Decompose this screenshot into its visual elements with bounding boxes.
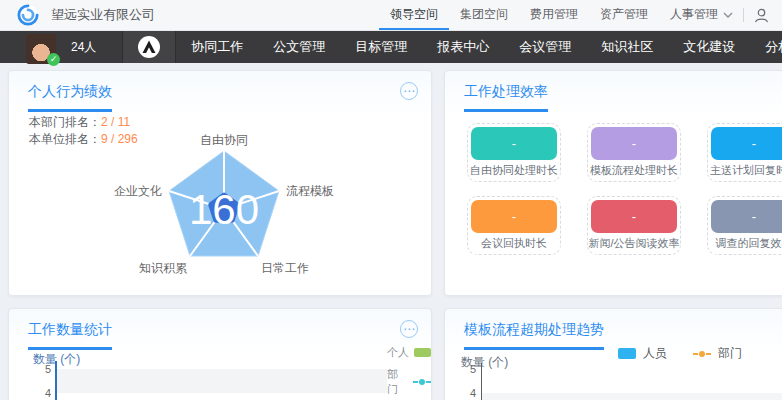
menu-report-center[interactable]: 报表中心 [422,31,504,63]
top-nav-asset-mgmt[interactable]: 资产管理 [589,0,659,30]
tile-label: 会议回执时长 [468,233,560,253]
company-logo-icon[interactable] [17,4,39,26]
card-work-efficiency: 工作处理效率 - 自由协同处理时长 - 模板流程处理时长 - 主送计划回复时长 … [444,70,782,296]
top-nav-leader-space[interactable]: 领导空间 [379,0,449,30]
card-title: 模板流程超期处理趋势 [464,321,604,350]
main-menu: 协同工作 公文管理 目标管理 报表中心 会议管理 知识社区 文化建设 分析云 协… [176,31,782,63]
tile-value: - [632,136,636,151]
menu-official-docs[interactable]: 公文管理 [258,31,340,63]
tile-label: 自由协同处理时长 [468,160,560,180]
card-title: 个人行为绩效 [28,83,112,112]
legend-bar-swatch [618,348,636,359]
dashboard-content: 个人行为绩效 ⋯ 本部门排名：2 / 11 本单位排名：9 / 296 160 … [0,63,782,400]
chart-legend: 人员 部门 [618,345,742,362]
tile-label: 新闻/公告阅读效率 [588,233,680,253]
tile-value: - [752,209,756,224]
plot-stripe-band [482,393,782,400]
company-name: 望远实业有限公司 [51,6,155,24]
legend-label: 部门 [387,367,408,397]
tile-value: - [752,136,756,151]
menu-meeting-mgmt[interactable]: 会议管理 [504,31,586,63]
card-title: 工作数量统计 [28,321,112,350]
main-nav: ✓ 24人 协同工作 公文管理 目标管理 报表中心 会议管理 知识社区 文化建设… [0,31,782,63]
tile-meeting-receipt-duration[interactable]: - 会议回执时长 [467,196,561,255]
radar-chart[interactable]: 160 自由协同 流程模板 企业文化 日常工作 知识积累 [9,131,433,297]
plot-stripe-band [57,369,387,393]
contact-person-icon[interactable] [753,7,770,24]
menu-culture[interactable]: 文化建设 [668,31,750,63]
y-tick: 4 [460,387,476,399]
menu-collaboration[interactable]: 协同工作 [176,31,258,63]
chevron-down-icon[interactable] [723,0,739,30]
top-nav-group-space[interactable]: 集团空间 [449,0,519,30]
tile-label: 主送计划回复时长 [708,160,782,180]
radar-label-right: 流程模板 [286,184,334,198]
legend-bar-swatch [414,348,431,357]
legend-label: 个人 [387,345,409,360]
tile-value: - [632,209,636,224]
dept-rank-value: 2 / 11 [101,115,130,129]
chart-legend: 个人 部门 [387,345,431,400]
a8-logo-icon [138,36,160,58]
tile-news-read-efficiency[interactable]: - 新闻/公告阅读效率 [587,196,681,255]
card-work-count: 工作数量统计 ⋯ 数量 (个) 个人 部门 5 4 [8,308,432,400]
tile-value-block: - [471,200,557,233]
top-nav-expense-mgmt[interactable]: 费用管理 [519,0,589,30]
tile-value-block: - [711,127,782,160]
online-check-badge: ✓ [47,53,60,66]
tile-value: - [512,136,516,151]
metric-tiles: - 自由协同处理时长 - 模板流程处理时长 - 主送计划回复时长 - 会议回执时… [467,123,782,255]
dept-rank-row: 本部门排名：2 / 11 [29,114,138,131]
radar-label-left: 企业文化 [114,184,162,198]
top-nav: 领导空间 集团空间 费用管理 资产管理 人事管理 [379,0,782,30]
user-avatar[interactable]: ✓ [26,34,56,64]
tile-free-collab-duration[interactable]: - 自由协同处理时长 [467,123,561,182]
y-axis-line [55,361,57,400]
tile-value-block: - [711,200,782,233]
topbar-divider [743,8,744,22]
topbar: 望远实业有限公司 领导空间 集团空间 费用管理 资产管理 人事管理 [0,0,782,31]
y-axis-line [481,363,482,400]
tile-value-block: - [591,200,677,233]
card-personal-performance: 个人行为绩效 ⋯ 本部门排名：2 / 11 本单位排名：9 / 296 160 … [8,70,432,296]
tile-template-flow-duration[interactable]: - 模板流程处理时长 [587,123,681,182]
menu-goal-mgmt[interactable]: 目标管理 [340,31,422,63]
y-tick: 4 [35,387,51,399]
more-options-icon[interactable]: ⋯ [400,320,418,338]
radar-label-bottom-left: 知识积累 [139,261,187,275]
legend-line-swatch [413,378,431,387]
radar-label-top: 自由协同 [200,133,248,147]
radar-label-bottom-right: 日常工作 [261,261,309,275]
card-title: 工作处理效率 [464,83,548,112]
tile-value: - [512,209,516,224]
tile-survey-reply-efficiency[interactable]: - 调查的回复效率 [707,196,782,255]
legend-item-department[interactable]: 部门 [387,367,431,397]
legend-label[interactable]: 部门 [718,345,742,362]
tile-value-block: - [591,127,677,160]
legend-item-personal[interactable]: 个人 [387,345,431,360]
tile-plan-reply-duration[interactable]: - 主送计划回复时长 [707,123,782,182]
home-a8-button[interactable] [122,31,176,63]
menu-knowledge-community[interactable]: 知识社区 [586,31,668,63]
member-count[interactable]: 24人 [71,39,96,56]
tile-label: 模板流程处理时长 [588,160,680,180]
y-tick: 5 [35,363,51,375]
tile-value-block: - [471,127,557,160]
dept-rank-label: 本部门排名： [29,115,101,129]
card-overdue-trend: 模板流程超期处理趋势 人员 部门 数量 (个) 5 4 [444,308,782,400]
radar-score: 160 [189,186,259,233]
top-nav-hr-mgmt[interactable]: 人事管理 [659,0,729,30]
menu-analytics-cloud[interactable]: 分析云 [750,31,782,63]
y-tick: 5 [460,363,476,375]
tile-label: 调查的回复效率 [708,233,782,253]
legend-line-swatch [693,349,711,358]
legend-label[interactable]: 人员 [643,345,667,362]
more-options-icon[interactable]: ⋯ [400,82,418,100]
